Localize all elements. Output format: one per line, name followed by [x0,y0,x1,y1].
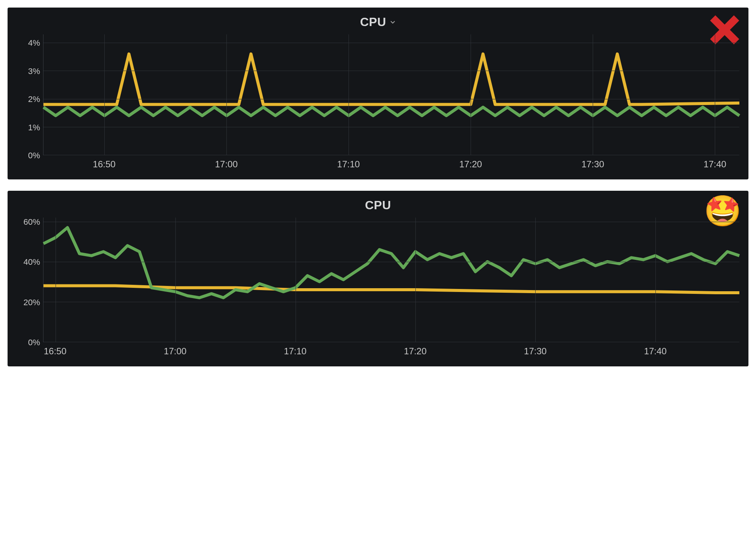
x-tick-label: 17:20 [459,159,482,170]
y-tick-label: 0% [28,338,40,347]
grid-line-horizontal [43,71,739,71]
x-tick-label: 17:40 [644,346,667,357]
plot-wrap: 60%40%20%0% 16:5017:0017:1017:2017:3017:… [17,218,739,357]
panel-header: CPU [17,198,739,212]
grid-line-horizontal [43,43,739,43]
y-tick-label: 40% [23,257,40,267]
panel-header[interactable]: CPU [17,15,739,29]
grid-line-vertical [715,34,715,155]
series-line-green [43,107,739,116]
grid-line-vertical [104,34,105,155]
grid-line-vertical [415,218,416,342]
y-tick-label: 20% [23,298,40,307]
y-tick-label: 1% [28,123,40,133]
y-axis: 4%3%2%1%0% [17,34,43,155]
panel-title: CPU [360,15,386,29]
y-tick-label: 60% [23,217,40,227]
grid-line-vertical [226,34,227,155]
series-line-yellow [43,54,739,105]
grid-line-horizontal [43,262,739,262]
y-tick-label: 2% [28,94,40,104]
grid-line-horizontal [43,222,739,222]
grid-line-horizontal [43,99,739,99]
x-tick-label: 17:00 [215,159,238,170]
series-line-yellow [43,286,739,293]
x-tick-label: 17:00 [164,346,186,357]
y-axis: 60%40%20%0% [17,218,43,342]
x-tick-label: 16:50 [93,159,116,170]
cpu-panel-top: CPU 4%3%2%1%0% 16:5017:0017:1017:2017:30… [8,8,748,179]
grid-line-vertical [471,34,471,155]
x-axis: 16:5017:0017:1017:2017:3017:40 [43,346,739,357]
x-tick-label: 17:20 [404,346,426,357]
grid-line-vertical [593,34,593,155]
grid-line-horizontal [43,342,739,342]
grid-line-horizontal [43,155,739,155]
x-tick-label: 17:30 [524,346,547,357]
grid-line-horizontal [43,302,739,302]
grid-line-vertical [175,218,176,342]
x-axis: 16:5017:0017:1017:2017:3017:40 [43,159,739,170]
y-tick-label: 4% [28,38,40,48]
plot-area[interactable] [43,34,739,155]
x-tick-label: 16:50 [44,346,67,357]
x-tick-label: 17:10 [337,159,360,170]
grid-line-vertical [56,218,56,342]
panel-title: CPU [365,198,391,212]
grid-line-vertical [655,218,656,342]
x-tick-label: 17:40 [703,159,726,170]
plot-wrap: 4%3%2%1%0% 16:5017:0017:1017:2017:3017:4… [17,34,739,170]
grid-line-vertical [296,218,296,342]
x-tick-label: 17:10 [284,346,307,357]
grid-line-vertical [349,34,349,155]
chevron-down-icon[interactable] [389,19,396,26]
grid-line-horizontal [43,127,739,127]
y-tick-label: 0% [28,151,40,161]
grid-line-vertical [535,218,536,342]
x-tick-label: 17:30 [581,159,604,170]
cpu-panel-bottom: CPU 🤩 60%40%20%0% 16:5017:0017:1017:2017… [8,191,748,366]
plot-area[interactable] [43,218,739,342]
y-tick-label: 3% [28,66,40,76]
